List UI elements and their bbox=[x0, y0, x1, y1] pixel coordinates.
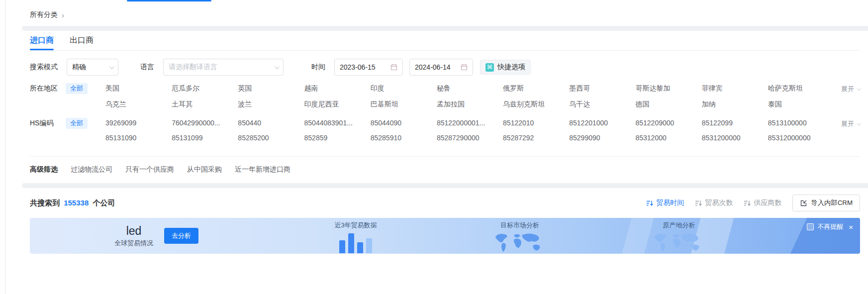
card-gap-band bbox=[22, 26, 868, 31]
results-bar: 共搜索到 155338 个公司 贸易时间 贸易次数 供应商数 bbox=[30, 194, 860, 212]
sort-desc-icon bbox=[646, 199, 654, 207]
sort-label: 贸易次数 bbox=[705, 198, 733, 207]
region-expand-link[interactable]: 展开 bbox=[831, 83, 860, 94]
calendar-icon bbox=[390, 64, 397, 71]
hs-item[interactable]: 85122000001... bbox=[437, 119, 500, 127]
region-item[interactable]: 波兰 bbox=[238, 100, 301, 109]
region-items: 美国 厄瓜多尔 英国 越南 印度 秘鲁 俄罗斯 墨西哥 哥斯达黎加 菲律宾 哈萨… bbox=[105, 83, 831, 109]
results-count: 155338 bbox=[64, 198, 89, 207]
region-all-chip[interactable]: 全部 bbox=[66, 83, 88, 94]
results-prefix: 共搜索到 bbox=[30, 198, 60, 207]
hs-all-chip[interactable]: 全部 bbox=[66, 118, 88, 129]
hs-item[interactable]: 8512209000 bbox=[635, 119, 698, 127]
import-crm-button[interactable]: 导入内部CRM bbox=[792, 195, 860, 211]
chevron-down-icon bbox=[857, 121, 861, 125]
advanced-label: 高级筛选 bbox=[30, 165, 58, 174]
filter-card: 进口商 出口商 搜索模式 精确 语言 请选择翻译语言 时间 2023-06-15… bbox=[22, 31, 868, 183]
region-item[interactable]: 越南 bbox=[304, 84, 368, 93]
region-item[interactable]: 土耳其 bbox=[172, 100, 235, 109]
advanced-option-buy-from-china[interactable]: 从中国采购 bbox=[187, 165, 222, 174]
region-item[interactable]: 乌干达 bbox=[569, 100, 632, 109]
hs-item[interactable]: 8513100000 bbox=[768, 119, 831, 127]
sort-desc-icon bbox=[744, 199, 751, 207]
sort-trade-count[interactable]: 贸易次数 bbox=[695, 198, 733, 207]
tab-importer[interactable]: 进口商 bbox=[30, 31, 54, 50]
hs-item[interactable]: 85287290000 bbox=[437, 134, 500, 142]
quick-options-button[interactable]: ⌘ 快捷选项 bbox=[480, 60, 531, 75]
region-item[interactable]: 孟加拉国 bbox=[437, 100, 500, 109]
breadcrumb[interactable]: 所有分类 › bbox=[30, 10, 64, 19]
date-start-value: 2023-06-15 bbox=[340, 63, 390, 71]
sort-label: 供应商数 bbox=[754, 198, 781, 207]
region-item[interactable]: 墨西哥 bbox=[569, 84, 632, 93]
region-item[interactable]: 菲律宾 bbox=[702, 84, 765, 93]
sort-supplier-count[interactable]: 供应商数 bbox=[744, 198, 781, 207]
region-item[interactable]: 俄罗斯 bbox=[503, 84, 566, 93]
chevron-down-icon bbox=[275, 64, 280, 69]
region-item[interactable]: 加纳 bbox=[702, 100, 765, 109]
language-select[interactable]: 请选择翻译语言 bbox=[163, 59, 284, 76]
hs-item[interactable]: 8531200000 bbox=[702, 134, 765, 142]
hs-item[interactable]: 85131099 bbox=[172, 134, 235, 142]
analyze-button[interactable]: 去分析 bbox=[164, 228, 198, 244]
banner-section-trade-data: 近3年贸易数据 bbox=[318, 221, 393, 253]
breadcrumb-label: 所有分类 bbox=[30, 10, 58, 19]
banner-keyword: led bbox=[114, 224, 153, 237]
hs-item[interactable]: 85312000000 bbox=[768, 134, 831, 142]
bar-chart-icon bbox=[318, 232, 393, 253]
region-item[interactable]: 哈萨克斯坦 bbox=[768, 84, 831, 93]
trade-overview-banner: led 全球贸易情况 去分析 近3年贸易数据 目标市场分析 bbox=[30, 218, 860, 254]
hs-item[interactable]: 85312000 bbox=[635, 134, 698, 142]
region-item[interactable]: 厄瓜多尔 bbox=[172, 84, 235, 93]
hs-item[interactable]: 85044083901... bbox=[304, 119, 368, 127]
hs-item[interactable]: 39269099 bbox=[105, 119, 169, 127]
hs-item[interactable]: 85285200 bbox=[238, 134, 301, 142]
advanced-option-filter-logistics[interactable]: 过滤物流公司 bbox=[71, 165, 112, 174]
hs-item[interactable]: 85287292 bbox=[503, 134, 566, 142]
hs-item[interactable]: 85122010 bbox=[503, 119, 566, 127]
top-nav-active-indicator bbox=[127, 0, 211, 1]
results-card: 共搜索到 155338 个公司 贸易时间 贸易次数 供应商数 bbox=[22, 188, 868, 284]
date-start-input[interactable]: 2023-06-15 bbox=[334, 59, 403, 76]
hs-item[interactable]: 852859 bbox=[304, 134, 368, 142]
importer-exporter-tabs: 进口商 出口商 bbox=[30, 31, 860, 51]
hs-label: HS编码 bbox=[30, 118, 66, 128]
sort-label: 贸易时间 bbox=[656, 198, 684, 207]
region-item[interactable]: 巴基斯坦 bbox=[371, 100, 434, 109]
hs-filter-row: HS编码 全部 39269099 76042990000... 850440 8… bbox=[30, 113, 860, 146]
region-item[interactable]: 印度尼西亚 bbox=[304, 100, 368, 109]
results-count-text: 共搜索到 155338 个公司 bbox=[30, 198, 115, 208]
region-item[interactable]: 哥斯达黎加 bbox=[635, 84, 698, 93]
hs-expand-link[interactable]: 展开 bbox=[831, 118, 860, 128]
trade-search-page: 所有分类 › 进口商 出口商 搜索模式 精确 语言 请选择翻译语言 时间 202… bbox=[0, 0, 868, 294]
date-end-value: 2024-06-14 bbox=[415, 63, 461, 71]
hs-item[interactable]: 85299090 bbox=[569, 134, 632, 142]
breadcrumb-card: 所有分类 › bbox=[22, 4, 868, 26]
region-item[interactable]: 秘鲁 bbox=[437, 84, 500, 93]
region-item[interactable]: 英国 bbox=[238, 84, 301, 93]
hs-item[interactable]: 8512201000 bbox=[569, 119, 632, 127]
advanced-option-new-importers[interactable]: 近一年新增进口商 bbox=[235, 165, 290, 174]
banner-section-target-market: 目标市场分析 bbox=[482, 221, 557, 254]
tab-exporter[interactable]: 出口商 bbox=[70, 31, 94, 50]
hs-item[interactable]: 76042990000... bbox=[172, 119, 235, 127]
region-item[interactable]: 乌克兰 bbox=[105, 100, 169, 109]
region-item[interactable]: 印度 bbox=[371, 84, 434, 93]
banner-section-origin: 原产地分析 bbox=[642, 221, 716, 254]
hs-item[interactable]: 85044090 bbox=[371, 119, 434, 127]
region-item[interactable]: 德国 bbox=[635, 100, 698, 109]
hs-item[interactable]: 85285910 bbox=[371, 134, 434, 142]
hs-item[interactable]: 850440 bbox=[238, 119, 301, 127]
sort-trade-time[interactable]: 贸易时间 bbox=[646, 198, 684, 207]
hs-item[interactable]: 85122099 bbox=[702, 119, 765, 127]
date-end-input[interactable]: 2024-06-14 bbox=[409, 59, 473, 76]
sort-desc-icon bbox=[695, 199, 702, 207]
advanced-option-single-supplier[interactable]: 只有一个供应商 bbox=[125, 165, 174, 174]
region-item[interactable]: 泰国 bbox=[768, 100, 831, 109]
region-item[interactable]: 美国 bbox=[105, 84, 169, 93]
region-item[interactable]: 乌兹别克斯坦 bbox=[503, 100, 566, 109]
search-mode-select[interactable]: 精确 bbox=[67, 59, 118, 76]
close-icon[interactable]: × bbox=[849, 223, 853, 231]
dismiss-checkbox[interactable] bbox=[807, 223, 814, 230]
hs-item[interactable]: 85131090 bbox=[105, 134, 169, 142]
